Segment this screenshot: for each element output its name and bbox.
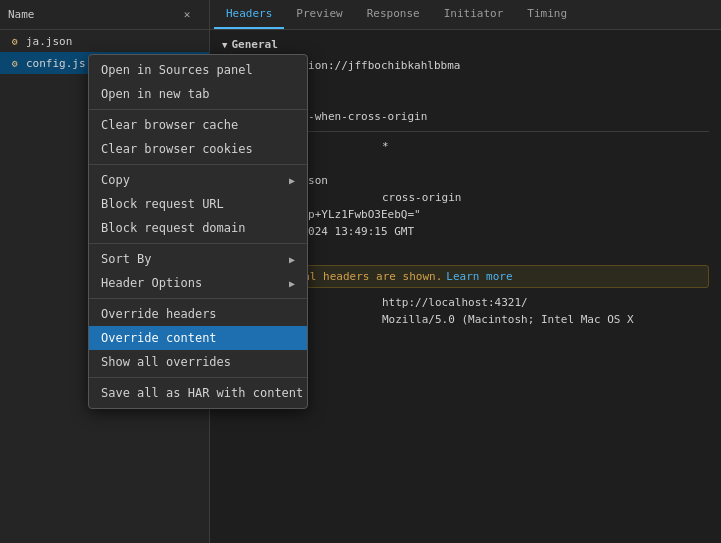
context-menu: Open in Sources panel Open in new tab Cl…: [88, 54, 308, 409]
menu-item-block-domain[interactable]: Block request domain: [89, 216, 307, 240]
tab-preview[interactable]: Preview: [284, 0, 354, 29]
copy-arrow-icon: ▶: [289, 175, 295, 186]
sort-by-arrow-icon: ▶: [289, 254, 295, 265]
menu-item-block-url[interactable]: Block request URL: [89, 192, 307, 216]
general-header: ▼ General: [222, 38, 709, 51]
menu-separator-1: [89, 109, 307, 110]
tab-initiator[interactable]: Initiator: [432, 0, 516, 29]
triangle-icon: ▼: [222, 40, 227, 50]
tab-response[interactable]: Response: [355, 0, 432, 29]
menu-item-save-har[interactable]: Save all as HAR with content: [89, 381, 307, 405]
file-row-ja-json[interactable]: ⚙ ja.json: [0, 30, 209, 52]
name-column-header: Name ✕: [0, 0, 210, 29]
menu-item-override-headers[interactable]: Override headers: [89, 302, 307, 326]
policy-value: cross-origin: [382, 191, 461, 204]
menu-item-override-content[interactable]: Override content: [89, 326, 307, 350]
menu-separator-3: [89, 243, 307, 244]
learn-more-link[interactable]: Learn more: [446, 270, 512, 283]
menu-item-clear-cache[interactable]: Clear browser cache: [89, 113, 307, 137]
file-icon-json: ⚙: [8, 34, 22, 48]
file-icon-config: ⚙: [8, 56, 22, 70]
referer-value: http://localhost:4321/: [382, 296, 528, 309]
name-header-label: Name: [8, 8, 35, 21]
menu-item-show-all-overrides[interactable]: Show all overrides: [89, 350, 307, 374]
menu-item-copy[interactable]: Copy ▶: [89, 168, 307, 192]
user-agent-value: Mozilla/5.0 (Macintosh; Intel Mac OS X: [382, 313, 634, 326]
menu-separator-4: [89, 298, 307, 299]
general-label: General: [231, 38, 277, 51]
close-icon[interactable]: ✕: [177, 5, 197, 25]
header-options-arrow-icon: ▶: [289, 278, 295, 289]
top-bar: Name ✕ Headers Preview Response Initiato…: [0, 0, 721, 30]
tab-headers[interactable]: Headers: [214, 0, 284, 29]
menu-separator-5: [89, 377, 307, 378]
file-name-ja-json: ja.json: [26, 35, 72, 48]
allow-origin-value: *: [382, 140, 389, 153]
menu-item-sort-by[interactable]: Sort By ▶: [89, 247, 307, 271]
menu-item-clear-cookies[interactable]: Clear browser cookies: [89, 137, 307, 161]
tab-timing[interactable]: Timing: [515, 0, 579, 29]
menu-item-header-options[interactable]: Header Options ▶: [89, 271, 307, 295]
menu-item-open-new-tab[interactable]: Open in new tab: [89, 82, 307, 106]
menu-item-open-sources[interactable]: Open in Sources panel: [89, 58, 307, 82]
tabs-area: Headers Preview Response Initiator Timin…: [210, 0, 579, 29]
menu-separator-2: [89, 164, 307, 165]
file-name-config-js: config.js: [26, 57, 86, 70]
